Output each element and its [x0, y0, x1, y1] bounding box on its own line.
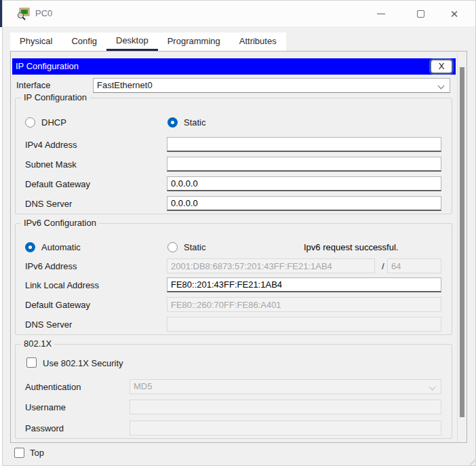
ipv6-default-gateway-input — [167, 297, 441, 312]
ipv6-configuration-legend: IPv6 Configuration — [21, 218, 99, 228]
authentication-selected-value: MD5 — [134, 381, 152, 391]
username-input — [130, 400, 441, 414]
subnet-mask-label: Subnet Mask — [25, 159, 77, 170]
interface-label: Interface — [16, 80, 51, 90]
top-checkbox-label: Top — [30, 448, 44, 458]
dhcp-radio-label: DHCP — [41, 117, 66, 128]
ipv6-request-status: Ipv6 request successful. — [304, 242, 398, 252]
pc0-window: PC0 ✕ Physical Config Desktop Programmin… — [2, 0, 476, 466]
ipv6-automatic-radio-label: Automatic — [41, 242, 81, 252]
top-checkbox[interactable] — [14, 448, 24, 458]
maximize-button[interactable] — [405, 1, 436, 26]
use-dot1x-security-label: Use 802.1X Security — [43, 358, 123, 368]
ipv6-default-gateway-label: Default Gateway — [25, 300, 90, 310]
close-icon: ✕ — [450, 9, 459, 19]
dns-server-input[interactable] — [167, 196, 441, 211]
scrollbar-thumb[interactable] — [460, 67, 464, 417]
ipv6-static-radio-label: Static — [184, 242, 206, 252]
ipv6-static-radio[interactable] — [167, 242, 178, 252]
ip-configuration-group: IP Configuration DHCP Static IPv4 Addres… — [15, 98, 452, 214]
ipv6-configuration-group: IPv6 Configuration Automatic Static Ipv6… — [15, 223, 452, 335]
link-local-address-input[interactable] — [167, 277, 441, 292]
minimize-icon — [377, 14, 385, 14]
interface-select[interactable]: FastEthernet0 — [93, 78, 450, 93]
dialog-close-button[interactable]: X — [431, 60, 452, 73]
ipv4-address-input[interactable] — [167, 137, 441, 152]
tab-config[interactable]: Config — [62, 33, 106, 52]
resize-grip[interactable] — [466, 456, 475, 465]
ipv4-address-label: IPv4 Address — [25, 140, 77, 150]
default-gateway-label: Default Gateway — [25, 179, 90, 189]
use-dot1x-security-checkbox[interactable] — [26, 357, 37, 368]
chevron-down-icon — [429, 384, 436, 391]
subnet-mask-input[interactable] — [167, 157, 441, 172]
tab-bar: Physical Config Desktop Programming Attr… — [10, 33, 286, 52]
ipv6-dns-server-label: DNS Server — [25, 319, 72, 330]
dialog-title: IP Configuration — [16, 61, 79, 71]
ipv4-static-radio[interactable] — [167, 117, 178, 128]
desktop-tab-content: IP Configuration X Interface FastEtherne… — [10, 51, 467, 443]
interface-selected-value: FastEthernet0 — [97, 80, 153, 90]
ip-configuration-legend: IP Configuration — [21, 92, 90, 102]
close-button[interactable]: ✕ — [439, 1, 470, 26]
pc-device-icon — [16, 7, 31, 20]
link-local-address-label: Link Local Address — [25, 280, 99, 290]
minimize-button[interactable] — [365, 1, 397, 26]
dhcp-radio[interactable] — [25, 117, 35, 128]
maximize-icon — [417, 10, 424, 18]
password-input — [130, 421, 441, 435]
title-bar[interactable]: PC0 ✕ — [3, 1, 475, 26]
password-label: Password — [25, 423, 64, 433]
ipv6-prefix-separator: / — [382, 261, 384, 271]
ipv6-address-label: IPv6 Address — [25, 261, 77, 271]
default-gateway-input[interactable] — [167, 176, 441, 191]
ip-configuration-dialog-titlebar: IP Configuration X — [12, 58, 456, 75]
chevron-down-icon — [438, 83, 445, 90]
tab-attributes[interactable]: Attributes — [230, 33, 286, 52]
window-title: PC0 — [35, 8, 52, 18]
authentication-label: Authentication — [25, 382, 81, 392]
vertical-scrollbar[interactable] — [457, 52, 466, 443]
tab-physical[interactable]: Physical — [10, 33, 62, 52]
tab-desktop[interactable]: Desktop — [106, 33, 158, 52]
ipv4-static-radio-label: Static — [184, 117, 206, 128]
ipv6-prefix-input — [387, 258, 441, 273]
username-label: Username — [25, 402, 66, 412]
tab-programming[interactable]: Programming — [158, 33, 230, 52]
ipv6-dns-server-input — [167, 317, 441, 332]
authentication-select: MD5 — [130, 379, 441, 394]
dns-server-label: DNS Server — [25, 199, 72, 209]
dot1x-group: 802.1X Use 802.1X Security Authenticatio… — [15, 344, 452, 439]
ipv6-automatic-radio[interactable] — [25, 242, 35, 252]
dot1x-legend: 802.1X — [21, 338, 54, 349]
ipv6-address-input — [167, 258, 375, 273]
